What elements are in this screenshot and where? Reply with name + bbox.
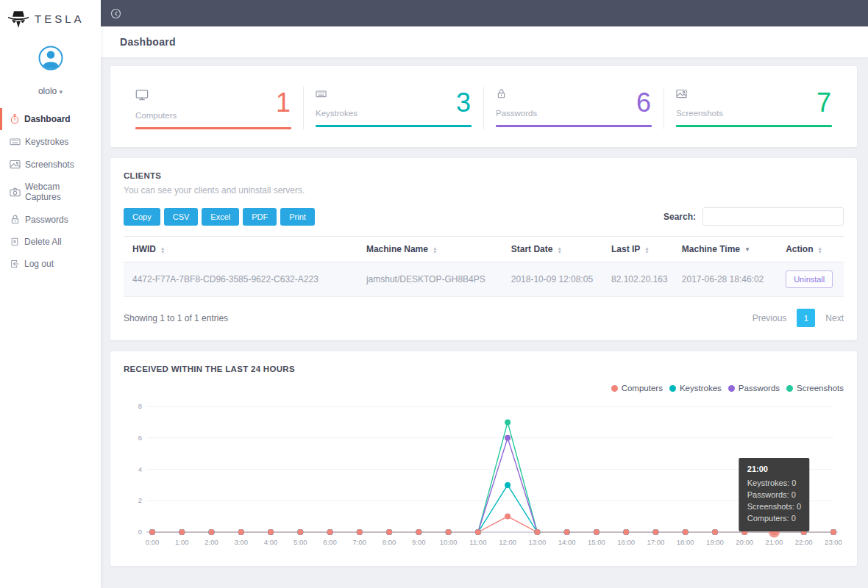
export-copy-button[interactable]: Copy: [124, 208, 160, 226]
clients-table: HWID▲▼Machine Name▲▼Start Date▲▼Last IP▲…: [124, 236, 844, 297]
sidebar-collapse-icon[interactable]: [110, 8, 121, 19]
svg-text:15:00: 15:00: [588, 538, 605, 546]
export-excel-button[interactable]: Excel: [202, 208, 239, 226]
page-number-button[interactable]: 1: [797, 309, 815, 327]
stat-label: Keystrokes: [316, 109, 357, 118]
export-csv-button[interactable]: CSV: [164, 208, 199, 226]
cell-hwid: 4472-F77A-7BF8-CD96-3585-9622-C632-A223: [124, 262, 357, 297]
tooltip-line: Screenshots: 0: [747, 501, 801, 513]
stat-card-passwords: Passwords 6: [484, 87, 664, 129]
svg-text:8: 8: [138, 402, 142, 410]
legend-dot: [611, 385, 618, 392]
tooltip-values: Keystrokes: 0Passwords: 0Screenshots: 0C…: [747, 478, 801, 525]
uninstall-button[interactable]: Uninstall: [786, 270, 833, 288]
chart-panel: RECEIVED WITHIN THE LAST 24 HOURS Comput…: [110, 351, 857, 566]
search-input[interactable]: [702, 207, 844, 226]
avatar[interactable]: [38, 45, 64, 71]
svg-text:6: 6: [138, 434, 142, 442]
stat-underline: [135, 127, 291, 129]
column-header-last-ip[interactable]: Last IP▲▼: [602, 237, 673, 262]
stat-value: 7: [817, 88, 832, 118]
image-icon: [10, 159, 21, 170]
stat-card-screenshots: Screenshots 7: [664, 87, 844, 129]
svg-text:11:00: 11:00: [469, 538, 486, 546]
svg-text:1:00: 1:00: [175, 538, 188, 546]
svg-text:6:00: 6:00: [323, 538, 337, 546]
sidebar-item-webcam-captures[interactable]: Webcam Captures: [0, 176, 101, 208]
svg-text:8:00: 8:00: [383, 538, 396, 546]
sidebar-item-passwords[interactable]: Passwords: [0, 208, 101, 231]
sidebar-item-keystrokes[interactable]: Keystrokes: [0, 130, 101, 153]
sidebar-item-delete-all[interactable]: Delete All: [0, 231, 101, 253]
sidebar-item-log-out[interactable]: Log out: [0, 253, 101, 275]
line-chart[interactable]: 024680:001:002:003:004:005:006:007:008:0…: [124, 397, 844, 553]
topbar: [101, 0, 868, 26]
export-buttons: CopyCSVExcelPDFPrint: [124, 208, 319, 226]
sort-icon: ▲▼: [557, 246, 561, 254]
svg-text:20:00: 20:00: [736, 538, 753, 546]
export-print-button[interactable]: Print: [280, 208, 315, 226]
brand-logo[interactable]: TESLA: [0, 0, 101, 35]
stat-underline: [496, 125, 652, 127]
legend-label: Computers: [622, 384, 663, 392]
chevron-down-icon: ▾: [60, 88, 63, 96]
search-label: Search:: [664, 212, 696, 222]
keyboard-icon: [316, 88, 327, 99]
legend-item-screenshots[interactable]: Screenshots: [786, 384, 844, 392]
stat-value: 6: [636, 88, 652, 118]
main-area: Dashboard Computers 1 Keystrokes 3 Passw…: [101, 0, 868, 588]
svg-text:3:00: 3:00: [235, 538, 249, 546]
sidebar-item-label: Keystrokes: [25, 137, 68, 147]
export-pdf-button[interactable]: PDF: [243, 208, 277, 226]
table-body: 4472-F77A-7BF8-CD96-3585-9622-C632-A223j…: [124, 262, 844, 297]
table-toolbar: CopyCSVExcelPDFPrint Search:: [124, 207, 844, 226]
legend-item-computers[interactable]: Computers: [611, 384, 663, 392]
clients-title: CLIENTS: [124, 171, 844, 180]
sidebar-item-screenshots[interactable]: Screenshots: [0, 153, 101, 176]
next-page-button[interactable]: Next: [825, 313, 844, 323]
svg-text:5:00: 5:00: [294, 538, 307, 546]
sort-icon: ▲▼: [644, 246, 649, 254]
stat-underline: [316, 125, 472, 127]
sidebar-item-label: Log out: [24, 259, 54, 269]
delete-icon: [10, 237, 20, 247]
sidebar-item-dashboard[interactable]: Dashboard: [0, 108, 101, 130]
pagination: Previous 1 Next: [753, 309, 844, 327]
sidebar: TESLA ololo ▾ DashboardKeystrokesScreens…: [0, 0, 101, 588]
column-header-start-date[interactable]: Start Date▲▼: [502, 237, 602, 262]
sidebar-item-label: Dashboard: [24, 114, 71, 124]
stat-label: Screenshots: [676, 109, 723, 118]
column-header-hwid[interactable]: HWID▲▼: [124, 237, 357, 262]
legend-item-keystrokes[interactable]: Keystrokes: [669, 384, 722, 392]
cell-machine-name: jamshut/DESKTOP-GH8B4PS: [357, 262, 502, 297]
column-header-action[interactable]: Action▲▼: [777, 237, 844, 262]
svg-text:22:00: 22:00: [795, 538, 813, 546]
svg-text:19:00: 19:00: [706, 538, 724, 546]
column-header-machine-time[interactable]: Machine Time▼: [673, 237, 777, 262]
stat-label: Computers: [135, 111, 177, 120]
clients-panel: CLIENTS You can see your clients and uni…: [110, 158, 857, 340]
table-footer: Showing 1 to 1 of 1 entries Previous 1 N…: [124, 309, 844, 327]
svg-text:18:00: 18:00: [677, 538, 694, 546]
sort-icon: ▲▼: [160, 246, 165, 254]
legend-dot: [786, 385, 793, 392]
page-title: Dashboard: [120, 36, 176, 48]
tooltip-line: Keystrokes: 0: [747, 478, 801, 490]
svg-text:4:00: 4:00: [264, 538, 278, 546]
previous-page-button[interactable]: Previous: [753, 313, 787, 323]
tooltip-time: 21:00: [747, 464, 801, 476]
sort-desc-icon: ▼: [744, 246, 750, 253]
svg-text:2: 2: [138, 496, 142, 504]
sidebar-menu: DashboardKeystrokesScreenshotsWebcam Cap…: [0, 108, 101, 275]
legend-item-passwords[interactable]: Passwords: [728, 384, 780, 392]
svg-text:2:00: 2:00: [204, 538, 218, 546]
column-label: Machine Time: [682, 244, 740, 254]
cell-last-ip: 82.102.20.163: [602, 262, 673, 297]
legend-label: Passwords: [739, 384, 780, 392]
table-header-row: HWID▲▼Machine Name▲▼Start Date▲▼Last IP▲…: [124, 237, 844, 262]
column-header-machine-name[interactable]: Machine Name▲▼: [357, 237, 502, 262]
username-dropdown[interactable]: ololo ▾: [0, 86, 101, 96]
sort-icon: ▲▼: [817, 246, 822, 254]
legend-label: Screenshots: [797, 384, 844, 392]
sort-icon: ▲▼: [433, 246, 437, 254]
